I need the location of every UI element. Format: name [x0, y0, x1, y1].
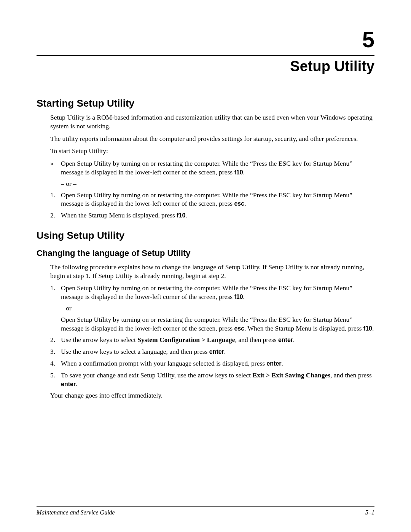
number-marker: 3.	[50, 347, 61, 356]
text-run: When the Startup Menu is displayed, pres…	[61, 211, 177, 219]
list-item-body: Open Setup Utility by turning on or rest…	[61, 191, 374, 208]
text-run: Open Setup Utility by turning on or rest…	[61, 191, 352, 208]
text-run: . When the Startup Menu is displayed, pr…	[244, 324, 363, 332]
text-run: , and then press	[330, 371, 372, 379]
list-item-body: To save your change and exit Setup Utili…	[61, 371, 374, 388]
text-run: .	[243, 293, 245, 300]
list-item: 1. Open Setup Utility by turning on or r…	[50, 191, 374, 208]
list-item-body: Use the arrow keys to select a language,…	[61, 347, 374, 356]
keycap-f10: f10	[363, 325, 372, 332]
chapter-title: Setup Utility	[37, 58, 374, 75]
heading-starting-setup-utility: Starting Setup Utility	[37, 97, 374, 109]
text-run: , and then press	[235, 336, 278, 343]
heading-using-setup-utility: Using Setup Utility	[37, 230, 374, 241]
keycap-enter: enter	[209, 348, 224, 355]
keycap-esc: esc	[234, 325, 244, 332]
number-marker: 2.	[50, 211, 61, 220]
list-item: 2. When the Startup Menu is displayed, p…	[50, 211, 374, 220]
list-item: 3. Use the arrow keys to select a langua…	[50, 347, 374, 356]
keycap-f10: f10	[234, 294, 243, 300]
list-item: 5. To save your change and exit Setup Ut…	[50, 371, 374, 388]
body-paragraph: Setup Utility is a ROM-based information…	[50, 113, 374, 131]
list-item-body: When the Startup Menu is displayed, pres…	[61, 211, 374, 220]
list-item: 1. Open Setup Utility by turning on or r…	[50, 284, 374, 301]
body-paragraph: To start Setup Utility:	[50, 147, 374, 155]
text-run: .	[224, 348, 226, 355]
keycap-esc: esc	[234, 200, 244, 207]
text-run: Open Setup Utility by turning on or rest…	[61, 160, 352, 176]
keycap-f10: f10	[177, 212, 185, 219]
instruction-list: » Open Setup Utility by turning on or re…	[50, 159, 374, 177]
keycap-enter: enter	[61, 381, 76, 387]
text-run: .	[293, 336, 295, 343]
number-marker: 1.	[50, 191, 61, 208]
list-item-body-alt: Open Setup Utility by turning on or rest…	[61, 315, 374, 333]
text-run: .	[76, 380, 77, 388]
list-item: 2. Use the arrow keys to select System C…	[50, 335, 374, 344]
list-item: » Open Setup Utility by turning on or re…	[50, 159, 374, 177]
numbered-list: 2. Use the arrow keys to select System C…	[50, 335, 374, 388]
number-marker: 5.	[50, 371, 61, 388]
text-run: .	[372, 324, 374, 332]
text-run: .	[244, 200, 246, 207]
keycap-enter: enter	[278, 337, 293, 343]
list-item-body: Use the arrow keys to select System Conf…	[61, 335, 374, 344]
text-run: .	[243, 168, 245, 176]
text-run: When a confirmation prompt with your lan…	[61, 359, 266, 367]
chapter-rule	[37, 55, 374, 56]
page-footer: Maintenance and Service Guide 5–1	[37, 506, 374, 516]
number-marker: 1.	[50, 284, 61, 301]
number-marker: 2.	[50, 335, 61, 344]
keycap-f10: f10	[234, 169, 243, 176]
keycap-enter: enter	[266, 360, 281, 367]
text-run: .	[282, 359, 283, 367]
text-run: Open Setup Utility by turning on or rest…	[61, 284, 352, 300]
text-run: Use the arrow keys to select a language,…	[61, 348, 209, 355]
text-run: .	[185, 211, 187, 219]
list-item-body: Open Setup Utility by turning on or rest…	[61, 284, 374, 301]
subheading-changing-language: Changing the language of Setup Utility	[37, 248, 374, 258]
list-item-body: When a confirmation prompt with your lan…	[61, 359, 374, 368]
text-run: Use the arrow keys to select	[61, 336, 137, 343]
bold-run: System Configuration > Language	[137, 336, 235, 343]
list-item-body: Open Setup Utility by turning on or rest…	[61, 159, 374, 177]
number-marker: 4.	[50, 359, 61, 368]
body-paragraph: Your change goes into effect immediately…	[50, 391, 374, 400]
footer-right: 5–1	[365, 509, 374, 516]
footer-left: Maintenance and Service Guide	[37, 509, 115, 516]
numbered-list: 1. Open Setup Utility by turning on or r…	[50, 284, 374, 301]
chapter-number: 5	[37, 27, 374, 52]
numbered-list: 1. Open Setup Utility by turning on or r…	[50, 191, 374, 220]
or-separator: – or –	[61, 304, 374, 312]
body-paragraph: The following procedure explains how to …	[50, 263, 374, 280]
body-paragraph: The utility reports information about th…	[50, 134, 374, 143]
or-separator: – or –	[61, 180, 374, 188]
text-run: To save your change and exit Setup Utili…	[61, 371, 253, 379]
bullet-marker: »	[50, 159, 61, 177]
list-item: 4. When a confirmation prompt with your …	[50, 359, 374, 368]
bold-run: Exit > Exit Saving Changes	[253, 371, 330, 379]
